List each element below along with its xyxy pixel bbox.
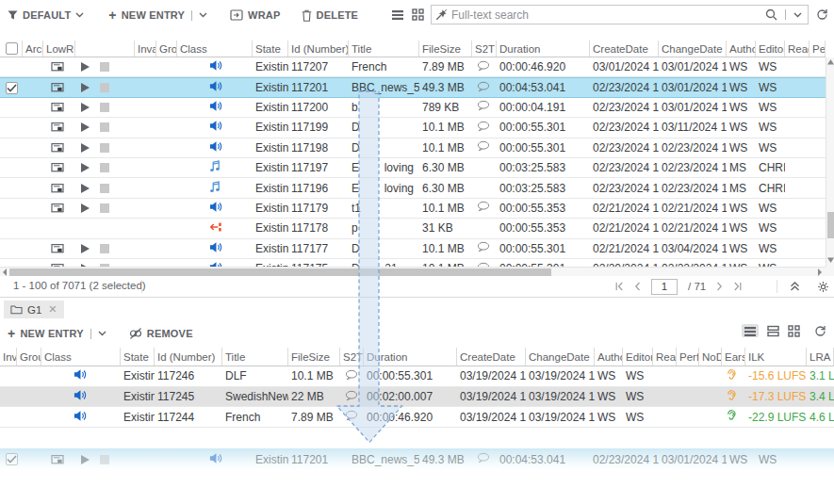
filter-default-button[interactable]: DEFAULT: [8, 9, 84, 21]
play-button[interactable]: [81, 62, 90, 72]
column-header-id-number[interactable]: Id (Number): [155, 348, 222, 366]
row-checkbox[interactable]: [6, 453, 18, 465]
list-view-icon[interactable]: [391, 8, 404, 21]
delete-button[interactable]: DELETE: [302, 9, 359, 22]
column-header-filesize[interactable]: FileSize: [288, 348, 340, 366]
stop-button[interactable]: [100, 244, 109, 253]
column-header-s2t[interactable]: S2T: [340, 348, 364, 366]
scroll-right-arrow[interactable]: [817, 268, 823, 276]
collapse-panel-icon[interactable]: [790, 282, 800, 291]
column-header-ilk[interactable]: ILK: [745, 348, 807, 366]
column-header-ears[interactable]: Ears: [722, 348, 745, 366]
select-all-checkbox[interactable]: [6, 42, 18, 55]
column-header-duration[interactable]: Duration: [364, 348, 457, 366]
scroll-down-arrow[interactable]: [827, 257, 834, 263]
page-prev-button[interactable]: [634, 282, 641, 291]
tab-g1[interactable]: G1 ✕: [4, 301, 64, 318]
column-header-s2t[interactable]: S2T: [472, 41, 497, 57]
column-header-lra[interactable]: LRA: [807, 348, 834, 366]
row-checkbox[interactable]: [6, 82, 18, 94]
pin-disabled-icon[interactable]: [435, 8, 448, 21]
column-header-duration[interactable]: Duration: [497, 41, 590, 57]
search-icon[interactable]: [765, 8, 777, 21]
play-button[interactable]: [81, 83, 90, 92]
page-first-button[interactable]: [614, 282, 624, 291]
column-header-createdate[interactable]: CreateDate: [590, 41, 659, 57]
column-header-nodi[interactable]: NoDi: [699, 348, 722, 366]
table-row[interactable]: Existing117196E loving6.30 MB00:03:25.58…: [0, 178, 826, 198]
stop-button[interactable]: [100, 184, 109, 193]
stop-button[interactable]: [100, 143, 109, 153]
remove-button[interactable]: REMOVE: [129, 328, 193, 339]
column-header-class[interactable]: Class: [177, 41, 253, 57]
column-header-class[interactable]: Class: [41, 348, 121, 366]
stop-button[interactable]: [100, 122, 109, 132]
table-row[interactable]: Existing117179t110.1 MB00:00:55.35302/21…: [0, 199, 826, 219]
tab-close-icon[interactable]: ✕: [48, 303, 57, 316]
table-row[interactable]: Existing117198D10.1 MB00:00:55.30102/23/…: [0, 138, 826, 158]
column-header-inval[interactable]: Inval: [0, 348, 17, 366]
column-header-changedate[interactable]: ChangeDate: [659, 41, 727, 57]
play-button[interactable]: [81, 103, 90, 112]
column-header-lowres[interactable]: LowRes: [43, 41, 75, 57]
scrollbar-thumb[interactable]: [827, 212, 834, 238]
column-header-id-number[interactable]: Id (Number): [288, 41, 349, 57]
column-header-filesize[interactable]: FileSize: [419, 41, 472, 57]
new-entry-button-bottom[interactable]: + NEW ENTRY: [8, 327, 106, 340]
stop-button[interactable]: [100, 83, 109, 92]
table-row[interactable]: Existing117244French7.89 MB00:00:46.9200…: [0, 407, 834, 428]
column-header-perfe[interactable]: Perfe: [809, 41, 826, 57]
column-header-state[interactable]: State: [121, 348, 155, 366]
scrollbar-thumb[interactable]: [9, 268, 551, 276]
list-view-icon[interactable]: [742, 324, 759, 337]
stop-button[interactable]: [100, 455, 109, 464]
scroll-up-arrow[interactable]: [827, 59, 834, 65]
new-entry-button[interactable]: + NEW ENTRY: [108, 8, 207, 22]
column-header-title[interactable]: Title: [222, 348, 288, 366]
column-header-author[interactable]: Author: [595, 348, 623, 366]
page-next-button[interactable]: [716, 282, 723, 291]
stop-button[interactable]: [100, 203, 109, 213]
column-header-author[interactable]: Author: [727, 41, 756, 57]
table-row[interactable]: Existing117201BBC_news_5...49.3 MB00:04:…: [0, 448, 834, 470]
column-header-createdate[interactable]: CreateDate: [457, 348, 526, 366]
column-header-grou[interactable]: Grou: [17, 348, 41, 366]
table-row-selected[interactable]: Existing117201BBC_news_5...49.3 MB00:04:…: [0, 77, 826, 97]
column-header-perfe[interactable]: Perfe: [677, 348, 699, 366]
play-button[interactable]: [81, 143, 90, 153]
column-header-read[interactable]: Read: [653, 348, 677, 366]
table-row[interactable]: Existing117246DLF10.1 MB00:00:55.30103/1…: [0, 366, 834, 387]
column-header-blank[interactable]: [0, 41, 23, 57]
stop-button[interactable]: [100, 103, 109, 112]
table-row[interactable]: Existing117200b789 KB00:00:04.19102/23/2…: [0, 98, 826, 118]
refresh-icon[interactable]: [816, 8, 828, 21]
column-header-blank[interactable]: [75, 41, 135, 57]
table-row[interactable]: Existing117199D10.1 MB00:00:55.30102/23/…: [0, 118, 826, 138]
table-row[interactable]: Existing117207French7.89 MB00:00:46.9200…: [0, 57, 826, 77]
search-options-chevron-icon[interactable]: [793, 12, 802, 18]
table-row[interactable]: Existing117178p31 KB00:00:55.35302/21/20…: [0, 219, 826, 238]
horizontal-scrollbar[interactable]: [0, 267, 826, 276]
column-header-archi[interactable]: Archi: [23, 41, 43, 57]
play-button[interactable]: [81, 184, 90, 193]
play-button[interactable]: [81, 455, 90, 464]
column-header-grou[interactable]: Grou: [156, 41, 177, 57]
rows-view-icon[interactable]: [767, 325, 779, 337]
column-header-inval[interactable]: Inval: [135, 41, 156, 57]
page-input[interactable]: [651, 279, 678, 295]
column-header-title[interactable]: Title: [349, 41, 419, 57]
wrap-button[interactable]: WRAP: [230, 9, 280, 21]
play-button[interactable]: [81, 203, 90, 213]
refresh-icon[interactable]: [814, 325, 826, 337]
scroll-left-arrow[interactable]: [2, 268, 8, 276]
table-row[interactable]: Existing117197E loving6.30 MB00:03:25.58…: [0, 158, 826, 178]
stop-button[interactable]: [100, 163, 109, 172]
table-row[interactable]: Existing117177D10.1 MB00:00:55.30102/21/…: [0, 239, 826, 259]
grid-view-icon[interactable]: [788, 325, 800, 337]
column-header-state[interactable]: State: [253, 41, 288, 57]
stop-button[interactable]: [100, 62, 109, 72]
table-row[interactable]: Existing117245SwedishNews22 MB00:02:00.0…: [0, 387, 834, 408]
grid-view-icon[interactable]: [412, 8, 424, 21]
page-last-button[interactable]: [733, 282, 743, 291]
gear-icon[interactable]: [817, 281, 829, 293]
